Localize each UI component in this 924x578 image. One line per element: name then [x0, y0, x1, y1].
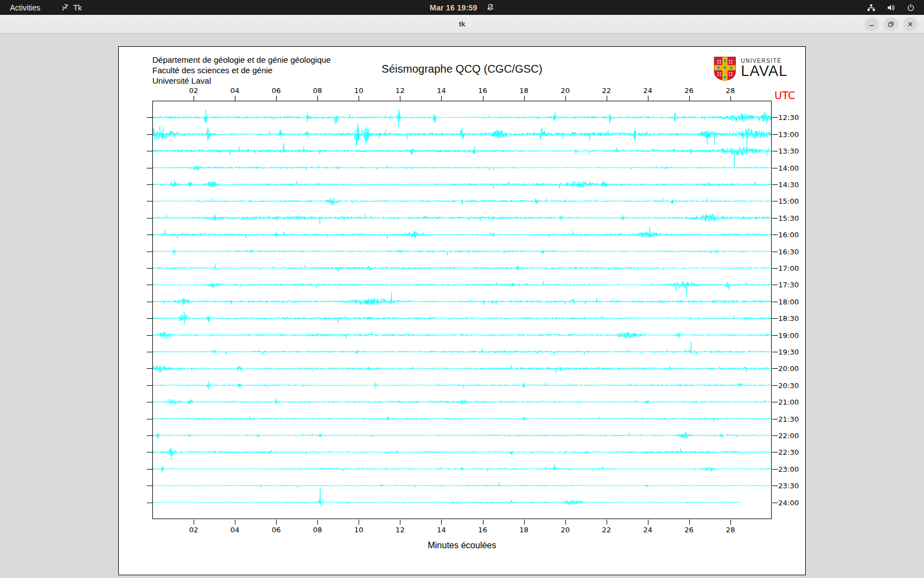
ulaval-logo: UNIVERSITÉ LAVAL [713, 56, 788, 84]
row-tick-left [147, 368, 152, 369]
row-tick-left [147, 268, 152, 269]
row-tick-left [147, 503, 152, 503]
x-tick-bottom [359, 520, 359, 525]
row-tick-right [772, 469, 778, 470]
x-tick-label-top: 04 [230, 86, 240, 95]
row-tick-right [772, 503, 778, 503]
row-time-label: 15:00 [778, 197, 799, 205]
row-tick-right [772, 302, 778, 302]
row-tick-left [147, 402, 152, 402]
row-time-label: 19:00 [778, 331, 799, 339]
row-tick-left [147, 252, 152, 252]
row-time-label: 14:30 [778, 181, 799, 189]
row-tick-left [147, 435, 152, 436]
seismograph-plot-area [152, 101, 772, 519]
row-tick-right [772, 252, 778, 252]
x-tick-bottom [730, 520, 731, 525]
row-time-label: 16:00 [778, 231, 799, 239]
x-tick-bottom [276, 520, 277, 525]
row-time-label: 23:00 [778, 465, 799, 473]
x-tick-label-top: 14 [437, 86, 446, 95]
row-time-label: 18:00 [778, 297, 799, 306]
x-tick-top [400, 96, 400, 101]
system-status-area[interactable] [867, 3, 924, 12]
row-time-label: 12:30 [778, 113, 799, 122]
x-tick-label-bottom: 10 [354, 526, 364, 534]
notifications-off-icon [486, 3, 494, 12]
row-time-label: 13:30 [778, 147, 799, 155]
focused-app-menu[interactable]: Tk [61, 3, 82, 12]
x-tick-label-top: 26 [685, 86, 694, 95]
x-tick-top [483, 96, 483, 101]
x-tick-top [235, 96, 235, 101]
row-tick-left [147, 335, 152, 336]
row-tick-left [147, 469, 152, 470]
x-tick-top [317, 96, 318, 101]
x-tick-label-bottom: 16 [478, 526, 487, 534]
x-tick-bottom [607, 520, 607, 525]
power-icon [906, 3, 915, 12]
row-tick-left [147, 168, 152, 168]
row-tick-left [147, 419, 152, 419]
x-tick-top [359, 96, 359, 101]
minimize-button[interactable] [865, 17, 879, 31]
x-tick-bottom [483, 520, 483, 525]
address-line-3: Université Laval [152, 75, 331, 86]
row-time-label: 13:00 [778, 130, 799, 138]
row-tick-left [147, 352, 152, 352]
row-tick-right [772, 201, 778, 201]
x-tick-label-bottom: 26 [685, 526, 694, 534]
x-tick-label-top: 22 [602, 86, 611, 95]
tk-icon [61, 3, 69, 12]
utc-label: UTC [774, 89, 795, 101]
maximize-button[interactable] [884, 17, 898, 31]
x-tick-top [730, 96, 731, 101]
row-tick-right [772, 335, 778, 336]
network-icon [867, 3, 876, 12]
row-time-label: 23:30 [778, 482, 799, 490]
row-tick-right [772, 318, 778, 319]
row-time-label: 22:00 [778, 432, 799, 440]
row-tick-right [772, 134, 778, 135]
row-tick-left [147, 285, 152, 285]
row-time-label: 18:30 [778, 314, 799, 323]
x-tick-top [194, 96, 194, 101]
x-tick-bottom [565, 520, 566, 525]
x-tick-label-top: 28 [726, 86, 735, 95]
x-tick-bottom [441, 520, 442, 525]
x-tick-label-top: 12 [395, 86, 405, 95]
row-tick-left [147, 452, 152, 452]
row-tick-left [147, 235, 152, 235]
x-tick-top [276, 96, 277, 101]
x-tick-label-bottom: 14 [437, 526, 446, 534]
focused-app-label: Tk [73, 3, 82, 12]
x-tick-label-top: 02 [189, 86, 199, 95]
row-tick-left [147, 134, 152, 135]
x-tick-label-top: 18 [519, 86, 529, 95]
row-tick-right [772, 151, 778, 151]
window-titlebar[interactable]: tk [0, 15, 924, 34]
x-tick-top [648, 96, 648, 101]
row-time-label: 22:30 [778, 448, 799, 456]
x-tick-label-bottom: 22 [602, 526, 611, 534]
x-tick-label-bottom: 08 [313, 526, 322, 534]
x-tick-label-top: 08 [313, 86, 322, 95]
x-tick-bottom [648, 520, 648, 525]
row-tick-right [772, 285, 778, 285]
row-tick-right [772, 168, 778, 168]
row-tick-left [147, 201, 152, 201]
close-button[interactable] [903, 17, 917, 31]
x-tick-label-bottom: 28 [726, 526, 735, 534]
x-tick-bottom [524, 520, 525, 525]
row-tick-left [147, 302, 152, 302]
row-tick-right [772, 435, 778, 436]
row-time-label: 24:00 [778, 498, 799, 506]
x-tick-top [524, 96, 525, 101]
x-tick-label-bottom: 24 [644, 526, 653, 534]
activities-button[interactable]: Activities [10, 3, 40, 12]
seismograph-canvas [153, 101, 771, 519]
x-tick-label-top: 16 [478, 86, 487, 95]
row-tick-left [147, 151, 152, 151]
x-tick-top [565, 96, 566, 101]
clock[interactable]: Mar 16 19:59 [430, 3, 477, 12]
